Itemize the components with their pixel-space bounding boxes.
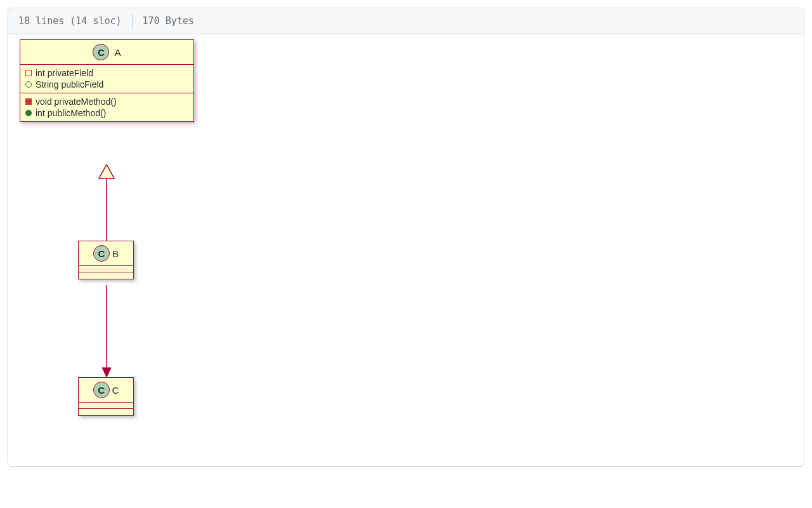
bytes-count: 170 Bytes [143, 15, 194, 27]
class-type-icon: C [93, 245, 110, 262]
class-b-header: C B [79, 241, 133, 266]
uml-class-b: C B [78, 241, 134, 279]
private-field-icon [25, 70, 32, 76]
method-row: int publicMethod() [25, 107, 188, 119]
class-icon-letter: C [98, 385, 105, 396]
class-a-fields: int privateField String publicField [20, 65, 193, 93]
class-icon-letter: C [98, 248, 105, 259]
header-divider [132, 13, 133, 29]
svg-marker-3 [102, 368, 111, 377]
class-icon-letter: C [98, 47, 105, 58]
lines-count: 18 lines (14 sloc) [18, 15, 122, 27]
extends-connector [97, 164, 116, 241]
uml-diagram: C A int privateField String publicField … [8, 34, 804, 466]
file-header: 18 lines (14 sloc) 170 Bytes [8, 8, 804, 34]
class-b-name: B [112, 248, 119, 259]
class-a-header: C A [20, 40, 193, 65]
class-b-methods [79, 272, 133, 279]
uml-class-c: C C [78, 377, 134, 416]
file-container: 18 lines (14 sloc) 170 Bytes C A int pri… [8, 8, 804, 467]
public-method-icon [25, 110, 32, 116]
uml-class-a: C A int privateField String publicField … [20, 39, 194, 122]
field-row: String publicField [25, 79, 188, 90]
class-b-fields [79, 266, 133, 272]
method-text: void privateMethod() [36, 97, 117, 107]
class-a-methods: void privateMethod() int publicMethod() [20, 93, 193, 121]
class-type-icon: C [93, 382, 110, 398]
svg-marker-0 [99, 164, 114, 178]
field-row: int privateField [25, 67, 188, 79]
field-text: String publicField [36, 79, 103, 90]
class-c-header: C C [79, 378, 133, 403]
method-row: void privateMethod() [25, 96, 188, 107]
public-field-icon [25, 81, 32, 88]
field-text: int privateField [36, 68, 93, 78]
association-connector [97, 285, 116, 377]
class-c-fields [79, 403, 133, 409]
method-text: int publicMethod() [36, 108, 106, 118]
class-a-name: A [114, 47, 121, 58]
class-c-methods [79, 409, 133, 415]
class-c-name: C [112, 385, 119, 396]
class-type-icon: C [93, 44, 109, 60]
private-method-icon [25, 98, 32, 105]
